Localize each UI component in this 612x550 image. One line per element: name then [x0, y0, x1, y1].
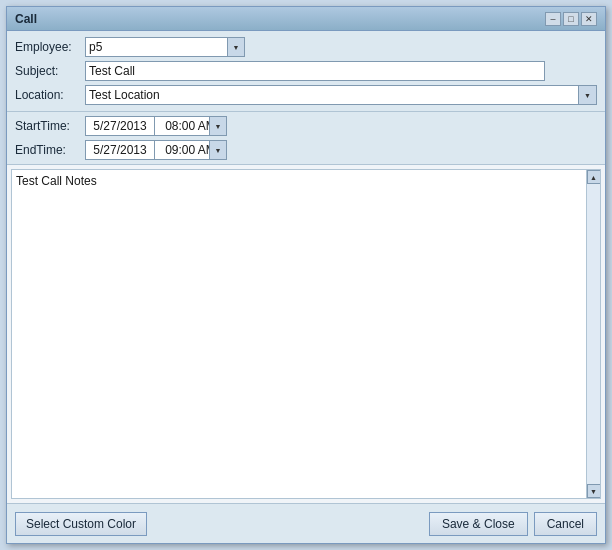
start-time-input[interactable] — [155, 116, 227, 136]
start-time-label: StartTime: — [15, 119, 85, 133]
notes-area: Test Call Notes ▲ ▼ — [11, 169, 601, 499]
location-label: Location: — [15, 88, 85, 102]
employee-select-wrapper — [85, 37, 245, 57]
subject-row: Subject: — [15, 61, 597, 81]
cancel-button[interactable]: Cancel — [534, 512, 597, 536]
employee-label: Employee: — [15, 40, 85, 54]
employee-input[interactable] — [85, 37, 245, 57]
employee-row: Employee: — [15, 37, 597, 57]
window-controls: – □ ✕ — [545, 12, 597, 26]
minimize-button[interactable]: – — [545, 12, 561, 26]
time-section: StartTime: EndTime: — [7, 112, 605, 165]
scroll-track — [587, 184, 600, 484]
location-input-wrap — [85, 85, 597, 105]
footer: Select Custom Color Save & Close Cancel — [7, 503, 605, 543]
start-time-wrapper — [155, 116, 227, 136]
footer-right: Save & Close Cancel — [429, 512, 597, 536]
close-button[interactable]: ✕ — [581, 12, 597, 26]
end-time-row: EndTime: — [15, 140, 597, 160]
custom-color-button[interactable]: Select Custom Color — [15, 512, 147, 536]
end-time-wrapper — [155, 140, 227, 160]
location-dropdown-btn[interactable] — [579, 85, 597, 105]
title-bar: Call – □ ✕ — [7, 7, 605, 31]
end-time-label: EndTime: — [15, 143, 85, 157]
form-area: Employee: Subject: Location: — [7, 31, 605, 112]
dialog-title: Call — [15, 12, 37, 26]
call-dialog: Call – □ ✕ Employee: Subject: Location: — [6, 6, 606, 544]
scroll-down-button[interactable]: ▼ — [587, 484, 601, 498]
end-time-input[interactable] — [155, 140, 227, 160]
scroll-up-button[interactable]: ▲ — [587, 170, 601, 184]
subject-input[interactable] — [85, 61, 545, 81]
subject-label: Subject: — [15, 64, 85, 78]
location-row: Location: — [15, 85, 597, 105]
start-date-input[interactable] — [85, 116, 155, 136]
maximize-button[interactable]: □ — [563, 12, 579, 26]
scrollbar: ▲ ▼ — [586, 170, 600, 498]
save-close-button[interactable]: Save & Close — [429, 512, 528, 536]
location-input[interactable] — [85, 85, 579, 105]
end-date-input[interactable] — [85, 140, 155, 160]
footer-left: Select Custom Color — [15, 512, 147, 536]
start-time-row: StartTime: — [15, 116, 597, 136]
notes-textarea[interactable]: Test Call Notes — [12, 170, 586, 498]
